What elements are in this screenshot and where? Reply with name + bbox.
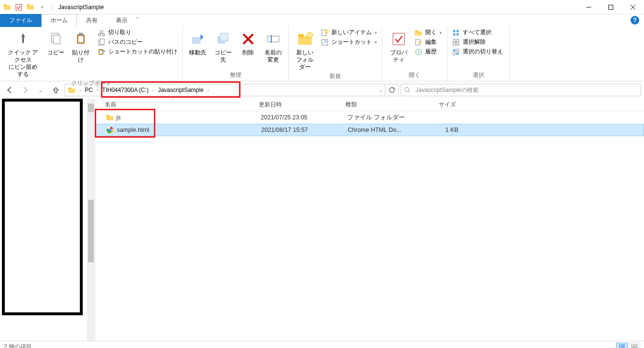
select-invert-button[interactable]: 選択の切り替え bbox=[450, 47, 505, 56]
address-bar-row: ⌄ › PC › TIH0447300A (C:) › JavascriptSa… bbox=[0, 81, 644, 99]
svg-rect-6 bbox=[609, 5, 613, 9]
delete-button[interactable]: 削除 bbox=[236, 28, 260, 57]
svg-rect-44 bbox=[453, 39, 455, 42]
navigation-pane[interactable] bbox=[0, 99, 95, 341]
scroll-up-icon[interactable] bbox=[88, 103, 94, 112]
status-bar: 2 個の項目 bbox=[0, 341, 644, 348]
column-type-header[interactable]: 種類 bbox=[345, 101, 417, 109]
svg-point-33 bbox=[325, 29, 328, 33]
thumbnails-view-button[interactable] bbox=[629, 343, 640, 348]
window-title: JavascriptSample bbox=[54, 4, 104, 11]
addr-dropdown-icon[interactable]: ⌄ bbox=[379, 88, 385, 93]
details-view-button[interactable] bbox=[616, 343, 628, 348]
copy-label: コピー bbox=[47, 49, 64, 56]
history-label: 履歴 bbox=[425, 48, 437, 56]
paste-shortcut-button[interactable]: ショートカットの貼り付け bbox=[96, 47, 179, 56]
chevron-icon[interactable]: › bbox=[94, 88, 101, 93]
quick-access-props-icon[interactable] bbox=[13, 2, 24, 13]
minimize-button[interactable] bbox=[578, 0, 600, 14]
properties-label: プロパティ bbox=[388, 49, 409, 64]
svg-rect-19 bbox=[100, 39, 104, 44]
svg-rect-36 bbox=[415, 31, 422, 36]
open-button[interactable]: 開く ▾ bbox=[413, 28, 444, 37]
annotation-highlight bbox=[101, 81, 240, 98]
svg-rect-64 bbox=[619, 347, 620, 348]
back-button[interactable] bbox=[3, 86, 16, 94]
scissors-icon bbox=[98, 29, 105, 37]
rename-icon bbox=[265, 29, 281, 49]
svg-line-55 bbox=[409, 91, 411, 93]
file-size: 1 KB bbox=[420, 127, 458, 133]
copy-path-button[interactable]: パスのコピー bbox=[96, 38, 179, 47]
svg-rect-21 bbox=[100, 51, 102, 54]
column-size-header[interactable]: サイズ bbox=[417, 101, 456, 109]
file-date: 2021/07/25 23:05 bbox=[261, 114, 347, 121]
svg-rect-0 bbox=[4, 5, 11, 10]
cut-label: 切り取り bbox=[108, 28, 131, 37]
properties-button[interactable]: プロパティ bbox=[385, 28, 412, 64]
file-list-pane: ˆ 名前 更新日時 種類 サイズ js 2021/07/25 23:05 ファイ… bbox=[95, 99, 644, 341]
column-name-header[interactable]: 名前 bbox=[105, 101, 259, 109]
open-label: 開く bbox=[425, 28, 437, 37]
file-row[interactable]: sample.html 2021/08/17 15:57 Chrome HTML… bbox=[95, 124, 644, 136]
nav-scrollbar[interactable] bbox=[87, 99, 95, 341]
qat-more-icon[interactable]: ▾ bbox=[37, 2, 47, 13]
rename-button[interactable]: 名前の 変更 bbox=[261, 28, 285, 64]
forward-button[interactable] bbox=[18, 86, 32, 94]
svg-rect-2 bbox=[16, 4, 22, 10]
select-none-button[interactable]: 選択解除 bbox=[450, 38, 505, 47]
tab-home[interactable]: ホーム bbox=[41, 14, 77, 26]
newfolder-label: 新しい フォルダー bbox=[294, 49, 315, 71]
new-item-button[interactable]: 新しいアイテム ▾ bbox=[319, 28, 379, 37]
svg-rect-41 bbox=[456, 30, 459, 32]
tab-view[interactable]: 表示 bbox=[107, 14, 137, 27]
new-shortcut-button[interactable]: ショートカット ▾ bbox=[319, 38, 379, 47]
svg-rect-68 bbox=[631, 345, 634, 347]
close-button[interactable] bbox=[622, 0, 644, 14]
select-invert-icon bbox=[452, 48, 460, 56]
status-item-count: 2 個の項目 bbox=[4, 343, 32, 348]
pin-to-quick-access-button[interactable]: クイック アクセス にピン留めする bbox=[3, 28, 43, 79]
breadcrumb[interactable]: PC bbox=[84, 87, 94, 93]
scroll-thumb[interactable] bbox=[88, 200, 94, 262]
svg-point-31 bbox=[307, 32, 313, 38]
address-bar[interactable]: › PC › TIH0447300A (C:) › JavascriptSamp… bbox=[64, 84, 399, 96]
svg-rect-10 bbox=[53, 35, 60, 44]
search-input[interactable]: JavascriptSampleの検索 bbox=[401, 84, 641, 96]
cut-button[interactable]: 切り取り bbox=[96, 28, 179, 37]
tab-share[interactable]: 共有 bbox=[77, 14, 107, 27]
file-row[interactable]: js 2021/07/25 23:05 ファイル フォルダー bbox=[95, 111, 644, 124]
svg-rect-69 bbox=[635, 345, 637, 347]
properties-icon bbox=[391, 29, 406, 49]
chevron-icon[interactable]: › bbox=[76, 88, 84, 93]
history-button[interactable]: 履歴 bbox=[413, 47, 444, 56]
quick-access-newfolder-icon[interactable] bbox=[25, 2, 36, 13]
column-date-header[interactable]: 更新日時 bbox=[259, 101, 345, 109]
open-group-label: 開く bbox=[385, 71, 444, 80]
new-folder-button[interactable]: 新しい フォルダー bbox=[291, 28, 318, 72]
copyto-icon bbox=[215, 29, 231, 49]
open-icon bbox=[415, 29, 422, 37]
help-icon[interactable]: ? bbox=[631, 16, 639, 25]
collapse-ribbon-icon[interactable]: ˆ bbox=[137, 17, 139, 24]
refresh-button[interactable] bbox=[385, 84, 398, 96]
svg-rect-49 bbox=[456, 49, 459, 52]
select-all-button[interactable]: すべて選択 bbox=[450, 28, 505, 37]
select-none-icon bbox=[452, 39, 460, 46]
copy-path-label: パスのコピー bbox=[108, 38, 143, 46]
maximize-button[interactable] bbox=[600, 0, 622, 14]
copy-button[interactable]: コピー bbox=[44, 28, 68, 57]
annotation-blackbox bbox=[2, 99, 83, 315]
recent-button[interactable]: ⌄ bbox=[34, 88, 47, 93]
paste-button[interactable]: 貼り付け bbox=[69, 28, 93, 64]
up-button[interactable] bbox=[49, 86, 63, 94]
paste-label: 貼り付け bbox=[72, 49, 90, 64]
edit-label: 編集 bbox=[425, 38, 437, 46]
delete-icon bbox=[240, 29, 256, 49]
search-icon bbox=[404, 87, 411, 93]
svg-rect-51 bbox=[456, 52, 459, 55]
copy-to-button[interactable]: コピー先 bbox=[211, 28, 235, 64]
edit-button[interactable]: 編集 bbox=[413, 38, 444, 47]
move-to-button[interactable]: 移動先 bbox=[186, 28, 210, 57]
tab-file[interactable]: ファイル bbox=[0, 14, 41, 27]
